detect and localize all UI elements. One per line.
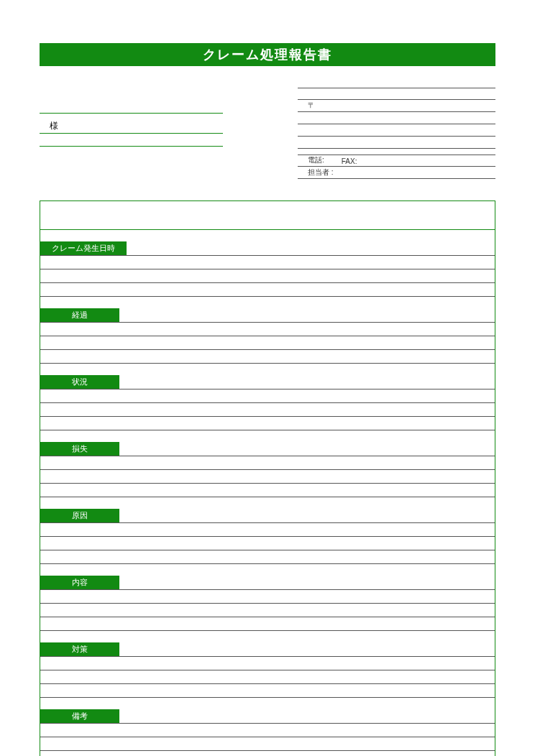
blank-row [40,269,495,283]
blank-row [40,417,495,430]
section-header-row: 対策 [40,642,495,657]
section-label: クレーム発生日時 [40,241,127,255]
tel-label: 電話: [308,155,324,165]
header-block: 様 〒 電話: FAX: 担当者 : [40,88,495,179]
section-3: 損失 [40,442,495,497]
section-header-blank [119,509,495,522]
blank-row [40,389,495,403]
document-title: クレーム処理報告書 [40,43,495,66]
sender-addr-line-1 [298,112,495,124]
recipient-line-1 [40,101,223,114]
blank-row [40,737,495,751]
section-header-row: クレーム発生日時 [40,241,495,256]
section-label: 備考 [40,709,119,723]
section-header-row: 経過 [40,308,495,323]
section-header-blank [119,442,495,456]
section-header-row: 原因 [40,509,495,523]
section-label: 内容 [40,576,119,589]
section-7: 備考 [40,709,495,756]
fax-label: FAX: [342,157,357,165]
blank-row [40,604,495,617]
person-label: 担当者 : [308,167,334,178]
blank-row [40,484,495,497]
section-4: 原因 [40,509,495,564]
section-label: 経過 [40,308,119,322]
sender-tel-fax-line: 電話: FAX: [298,155,495,167]
sender-company-line [298,88,495,100]
recipient-suffix: 様 [40,120,58,132]
section-header-row: 内容 [40,576,495,590]
section-0: クレーム発生日時 [40,241,495,297]
blank-row [40,537,495,550]
section-label: 原因 [40,509,119,522]
blank-row [40,350,495,364]
blank-row [40,336,495,350]
blank-row [40,550,495,564]
section-header-blank [127,241,495,255]
section-header-row: 備考 [40,709,495,724]
sender-postal-line: 〒 [298,100,495,112]
section-header-blank [119,576,495,589]
blank-row [40,323,495,336]
blank-row [40,523,495,537]
blank-row [40,657,495,670]
section-label: 対策 [40,642,119,656]
recipient-line-3 [40,134,223,147]
sender-area: 〒 電話: FAX: 担当者 : [298,88,495,179]
blank-row [40,670,495,684]
section-6: 対策 [40,642,495,698]
section-2: 状況 [40,375,495,430]
blank-row [40,724,495,737]
section-label: 損失 [40,442,119,456]
section-5: 内容 [40,576,495,631]
blank-row [40,456,495,470]
sender-person-line: 担当者 : [298,167,495,179]
section-header-blank [119,642,495,656]
blank-row [40,617,495,631]
section-header-blank [119,709,495,723]
recipient-area: 様 [40,88,223,179]
section-label: 状況 [40,375,119,389]
section-1: 経過 [40,308,495,364]
blank-row [40,751,495,756]
blank-row [40,684,495,698]
main-form-box: クレーム発生日時経過状況損失原因内容対策備考 [40,200,495,756]
postal-prefix: 〒 [308,101,315,111]
top-blank-area [40,201,495,230]
sender-addr-line-2 [298,124,495,137]
blank-row [40,590,495,604]
section-header-blank [119,375,495,389]
section-header-row: 状況 [40,375,495,389]
blank-row [40,470,495,484]
blank-row [40,403,495,417]
section-header-blank [119,308,495,322]
blank-row [40,256,495,269]
recipient-line-2: 様 [40,121,223,134]
blank-row [40,283,495,297]
sender-addr-line-3 [298,137,495,149]
section-header-row: 損失 [40,442,495,456]
